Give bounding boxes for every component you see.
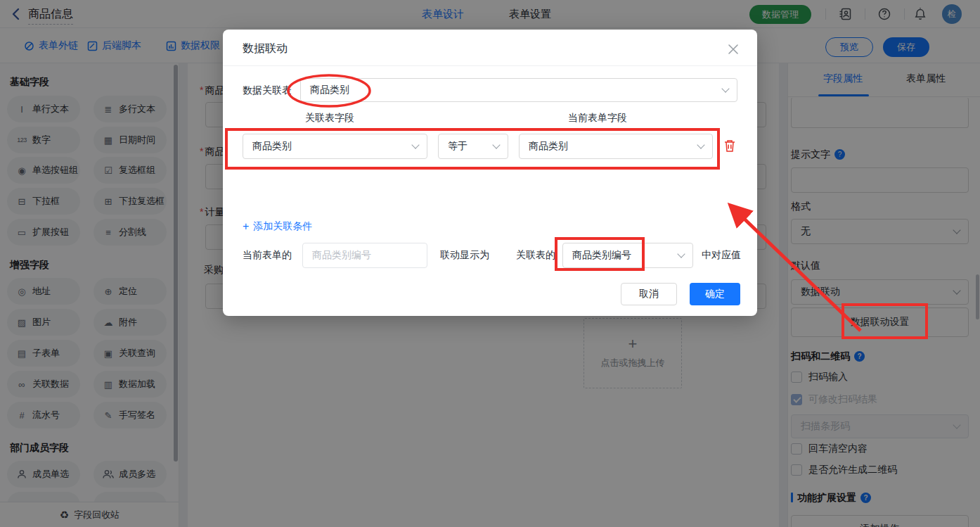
app-root: 商品信息 表单设计 表单设置 数据管理 检 表单外链 后端脚本 数据权限 [0, 0, 980, 527]
modal-title: 数据联动 [243, 42, 288, 56]
corresponding-value-label: 中对应值 [702, 249, 741, 262]
confirm-button[interactable]: 确定 [690, 283, 740, 305]
link-table-select[interactable]: 商品类别 [300, 78, 737, 102]
close-icon[interactable] [725, 41, 742, 58]
link-table-prefix: 关联表的 [516, 249, 555, 262]
condition-operator-select[interactable]: 等于 [438, 134, 508, 159]
chevron-down-icon [697, 141, 704, 148]
cancel-button[interactable]: 取消 [621, 283, 677, 305]
plus-icon: + [243, 220, 249, 233]
chevron-down-icon [677, 250, 685, 258]
column-header-current-field: 当前表单字段 [568, 112, 627, 125]
link-table-label: 数据关联表 [243, 84, 292, 97]
divider [223, 65, 757, 66]
chevron-down-icon [492, 141, 500, 148]
condition-current-field-select[interactable]: 商品类别 [519, 134, 713, 159]
column-header-link-field: 关联表字段 [305, 112, 354, 125]
trash-icon[interactable] [723, 139, 736, 155]
condition-link-field-select[interactable]: 商品类别 [243, 134, 427, 159]
data-linkage-modal: 数据联动 数据关联表 商品类别 关联表字段 当前表单字段 商品类别 等于 商品类… [223, 30, 757, 316]
add-condition-link[interactable]: + 添加关联条件 [243, 220, 312, 233]
display-field-select[interactable]: 商品类别编号 [562, 243, 693, 268]
current-field-input: 商品类别编号 [302, 243, 427, 268]
chevron-down-icon [721, 84, 729, 92]
current-form-prefix: 当前表单的 [243, 249, 292, 262]
linkage-display-as-label: 联动显示为 [440, 249, 489, 262]
chevron-down-icon [411, 141, 419, 148]
